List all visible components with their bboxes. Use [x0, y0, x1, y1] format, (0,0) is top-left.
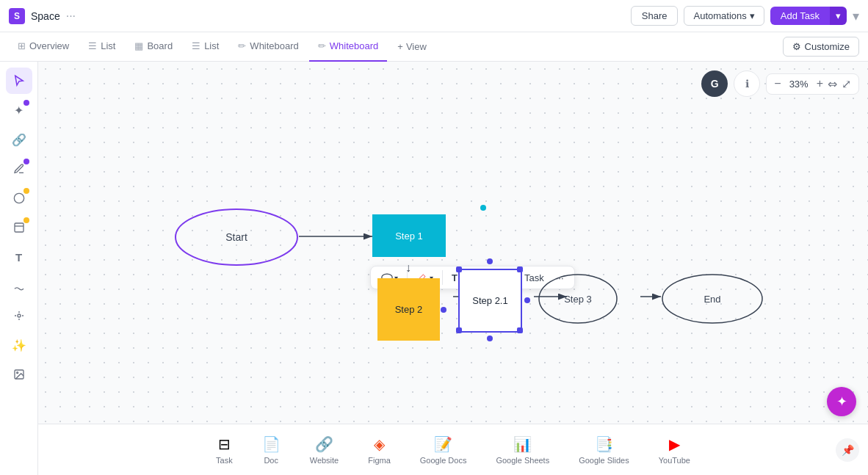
customize-label: Customize [805, 41, 850, 52]
connector-dot-step2-right [441, 307, 446, 313]
task-label: Task [216, 456, 233, 465]
tool-select[interactable] [6, 68, 32, 94]
share-button[interactable]: Share [631, 6, 679, 26]
svg-point-0 [14, 193, 23, 203]
tool-link[interactable]: 🔗 [6, 126, 32, 153]
ai-fab-icon: ✦ [836, 394, 847, 410]
tool-pen[interactable] [6, 156, 32, 182]
bottom-google-sheets[interactable]: 📊 Google Sheets [481, 424, 564, 475]
bottom-website[interactable]: 🔗 Website [295, 424, 354, 475]
svg-point-2 [18, 314, 21, 317]
list2-icon: ☰ [192, 40, 200, 51]
add-task-main-button[interactable]: Add Task [770, 7, 830, 25]
info-button[interactable]: ℹ [734, 70, 760, 97]
google-docs-icon: 📝 [434, 435, 452, 453]
tool-circle[interactable] [6, 185, 32, 211]
svg-text:End: End [704, 294, 720, 305]
tab-list1-label: List [101, 40, 115, 51]
node-end[interactable]: End [661, 273, 764, 324]
zoom-out-button[interactable]: − [774, 77, 781, 90]
bottom-task[interactable]: ⊟ Task [201, 424, 247, 475]
automations-label: Automations [693, 10, 746, 21]
bottom-figma[interactable]: ◈ Figma [353, 424, 405, 475]
space-name: Space [31, 10, 60, 22]
youtube-label: YouTube [659, 456, 690, 465]
sticky-dot [23, 217, 29, 223]
bottom-youtube[interactable]: ▶ YouTube [644, 424, 705, 475]
figma-label: Figma [368, 456, 391, 465]
tab-list1[interactable]: ☰ List [79, 32, 124, 62]
google-sheets-label: Google Sheets [496, 456, 549, 465]
svg-rect-1 [15, 223, 23, 232]
whiteboard2-icon: ✏ [318, 40, 326, 51]
tool-dot-purple [23, 100, 29, 106]
pin-button[interactable]: 📌 [836, 438, 859, 462]
google-slides-icon: 📑 [595, 435, 613, 453]
canvas-controls: G ℹ − 33% + ⇔ ⤢ [701, 70, 859, 97]
whiteboard-canvas[interactable]: G ℹ − 33% + ⇔ ⤢ [38, 62, 868, 475]
figma-icon: ◈ [374, 435, 385, 453]
node-step21[interactable]: Step 2.1 [458, 269, 522, 333]
tool-text[interactable]: T [6, 244, 32, 270]
tool-image[interactable] [6, 361, 32, 388]
bottom-google-docs[interactable]: 📝 Google Docs [405, 424, 482, 475]
bottom-google-slides[interactable]: 📑 Google Slides [564, 424, 644, 475]
svg-text:Start: Start [225, 231, 247, 243]
whiteboard1-icon: ✏ [238, 40, 246, 51]
zoom-in-button[interactable]: + [817, 77, 823, 90]
fit-to-screen-button[interactable]: ⇔ [828, 77, 837, 91]
ai-fab-button[interactable]: ✦ [827, 387, 856, 416]
link-icon: 🔗 [12, 133, 26, 147]
tool-mindmap[interactable] [6, 302, 32, 329]
sparkle-icon: ✨ [12, 338, 26, 352]
sidebar-tools: ✦ 🔗 T ✨ [0, 62, 38, 475]
bottom-doc[interactable]: 📄 Doc [247, 424, 295, 475]
circle-dot [23, 188, 29, 194]
google-slides-label: Google Slides [579, 456, 629, 465]
node-step1[interactable]: Step 1 [372, 214, 446, 257]
tab-whiteboard1[interactable]: ✏ Whiteboard [229, 32, 307, 62]
tab-overview-label: Overview [29, 40, 69, 51]
tool-draw[interactable] [6, 273, 32, 300]
step1-label: Step 1 [395, 231, 423, 242]
add-task-dropdown-button[interactable]: ▾ [830, 7, 847, 25]
customize-button[interactable]: ⚙ Customize [783, 37, 859, 57]
ai-icon: ✦ [14, 104, 23, 117]
svg-point-4 [16, 372, 18, 374]
node-step2[interactable]: Step 2 [377, 278, 440, 341]
tab-list2[interactable]: ☰ List [183, 32, 228, 62]
tab-whiteboard2[interactable]: ✏ Whiteboard [309, 32, 387, 62]
space-menu-icon[interactable]: ··· [66, 10, 76, 23]
connector-dot-top21 [487, 258, 493, 264]
tool-sparkle[interactable]: ✨ [6, 332, 32, 358]
nav-tabs: ⊞ Overview ☰ List ▦ Board ☰ List ✏ White… [0, 32, 868, 62]
add-task-button-group: Add Task ▾ [770, 7, 847, 25]
more-options-icon[interactable]: ▾ [853, 8, 859, 24]
tool-sticky[interactable] [6, 214, 32, 241]
automations-button[interactable]: Automations ▾ [684, 6, 764, 26]
website-icon: 🔗 [315, 435, 333, 453]
tab-board[interactable]: ▦ Board [126, 32, 181, 62]
tab-board-label: Board [147, 40, 173, 51]
text-tool-icon: T [452, 272, 457, 283]
overview-icon: ⊞ [18, 40, 26, 51]
topbar-left: S Space ··· [9, 8, 76, 24]
node-start[interactable]: Start [174, 207, 299, 267]
zoom-controls: − 33% + ⇔ ⤢ [766, 73, 859, 95]
bottom-bar: ⊟ Task 📄 Doc 🔗 Website ◈ Figma 📝 Google … [38, 424, 868, 475]
list1-icon: ☰ [88, 40, 97, 51]
fullscreen-button[interactable]: ⤢ [842, 77, 851, 91]
node-step3[interactable]: Step 3 [538, 273, 618, 324]
step21-label: Step 2.1 [472, 295, 507, 306]
gear-icon: ⚙ [792, 41, 801, 52]
tool-ai-magic[interactable]: ✦ [6, 97, 32, 123]
pen-dot [23, 159, 29, 164]
add-view-button[interactable]: + View [388, 32, 435, 62]
handle-bl [456, 327, 462, 333]
space-avatar: S [9, 8, 25, 24]
tab-overview[interactable]: ⊞ Overview [9, 32, 78, 62]
tab-whiteboard2-label: Whiteboard [330, 40, 378, 51]
task-icon: ⊟ [218, 435, 231, 453]
toolbar-divider2 [442, 270, 443, 285]
handle-tr [517, 266, 523, 272]
